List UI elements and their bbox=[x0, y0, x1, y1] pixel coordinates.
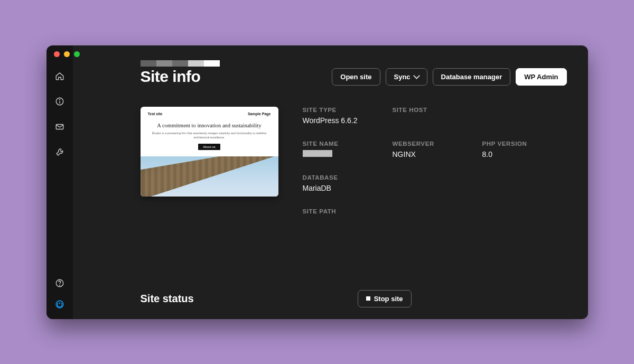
titlebar bbox=[46, 45, 588, 63]
webserver-value: NGINX bbox=[393, 150, 477, 158]
tools-icon[interactable] bbox=[54, 147, 65, 157]
site-type-value: WordPress 6.6.2 bbox=[303, 116, 387, 125]
preview-headline: A commitment to innovation and sustainab… bbox=[148, 122, 271, 129]
svg-point-2 bbox=[59, 99, 60, 100]
preview-nav-link: Sample Page bbox=[248, 112, 271, 116]
main-content: Site info Open site Sync Database manage… bbox=[73, 45, 588, 319]
preview-subtext: Études is a pioneering firm that seamles… bbox=[148, 132, 271, 139]
site-preview-card[interactable]: Test site Sample Page A commitment to in… bbox=[141, 107, 278, 197]
site-status-title: Site status bbox=[141, 293, 194, 305]
stop-site-button[interactable]: Stop site bbox=[358, 290, 412, 307]
php-version-value: 8.0 bbox=[482, 150, 567, 158]
database-value: MariaDB bbox=[303, 184, 567, 192]
header-actions: Open site Sync Database manager WP Admin bbox=[332, 68, 566, 86]
open-site-button[interactable]: Open site bbox=[332, 68, 380, 86]
power-icon[interactable] bbox=[54, 299, 65, 310]
mail-icon[interactable] bbox=[54, 122, 65, 132]
window-zoom-icon[interactable] bbox=[74, 51, 80, 57]
database-manager-button[interactable]: Database manager bbox=[433, 68, 511, 86]
field-site-path: SITE PATH bbox=[303, 208, 567, 218]
svg-point-5 bbox=[59, 285, 60, 285]
field-webserver: WEBSERVER NGINX bbox=[393, 141, 477, 158]
site-status-section: Site status Stop site bbox=[141, 290, 567, 307]
window-minimize-icon[interactable] bbox=[64, 51, 70, 57]
preview-cta: About us bbox=[198, 144, 220, 150]
info-icon[interactable] bbox=[54, 96, 65, 107]
chevron-down-icon bbox=[413, 72, 420, 79]
window-close-icon[interactable] bbox=[54, 51, 60, 57]
field-site-host: SITE HOST bbox=[393, 107, 477, 125]
stop-icon bbox=[366, 296, 370, 301]
app-window: Site info Open site Sync Database manage… bbox=[46, 45, 588, 319]
preview-site-name: Test site bbox=[148, 112, 163, 116]
site-name-value bbox=[303, 150, 387, 158]
wp-admin-button[interactable]: WP Admin bbox=[516, 68, 566, 86]
sidebar bbox=[46, 45, 73, 319]
preview-hero-image bbox=[141, 156, 278, 197]
help-icon[interactable] bbox=[54, 278, 65, 288]
field-site-name: SITE NAME bbox=[303, 141, 387, 158]
site-details: SITE TYPE WordPress 6.6.2 SITE HOST SITE… bbox=[303, 107, 567, 218]
field-php-version: PHP VERSION 8.0 bbox=[482, 141, 567, 158]
page-title: Site info bbox=[141, 68, 220, 86]
field-site-type: SITE TYPE WordPress 6.6.2 bbox=[303, 107, 387, 125]
field-database: DATABASE MariaDB bbox=[303, 174, 567, 192]
home-icon[interactable] bbox=[54, 71, 65, 81]
sync-button[interactable]: Sync bbox=[386, 68, 427, 86]
